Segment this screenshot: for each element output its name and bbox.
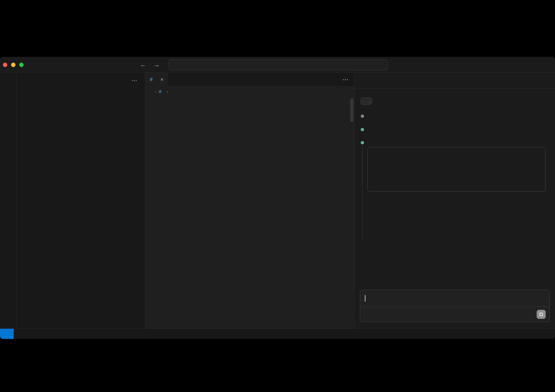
stop-button[interactable] [537,310,546,319]
timeline-connector [362,143,363,241]
step-dot-icon [361,115,364,118]
editor-group: # ✕ ⋯ › # › [145,73,354,328]
back-button[interactable]: ← [140,61,146,68]
workbench: ⋯ # ✕ ⋯ [0,73,555,328]
vscode-window: ← → ⋯ [0,57,555,339]
tab-strip: # ✕ ⋯ [145,73,354,87]
chat-input-container [360,290,550,322]
assistant-panel [354,73,555,328]
maximize-window-button[interactable] [19,63,24,67]
chat-input-toolbar [360,307,549,322]
explorer-more-icon[interactable]: ⋯ [132,77,138,84]
layout-controls [531,57,551,73]
editor-scrollbar[interactable] [350,99,353,122]
write-step-row[interactable] [360,141,549,144]
read-step-row[interactable] [360,128,549,131]
assistant-reply-row [360,115,549,118]
traffic-lights [3,57,24,73]
screen: ← → ⋯ [0,0,555,392]
tab-appcss[interactable]: # ✕ [145,73,168,86]
file-tree [17,88,145,328]
editor-more-icon[interactable]: ⋯ [342,76,349,83]
activity-bar [0,73,17,328]
explorer-header: ⋯ [17,73,145,88]
step-dot-icon [361,128,364,131]
diff-preview[interactable] [367,147,546,191]
minimize-window-button[interactable] [11,63,15,67]
chevron-right-icon: › [155,89,156,94]
history-nav: ← → [140,57,160,73]
chevron-right-icon: › [167,89,168,94]
close-tab-icon[interactable]: ✕ [160,77,164,82]
assistant-panel-header [355,73,555,89]
editor-actions: ⋯ [323,73,354,86]
remote-indicator[interactable] [0,329,14,339]
forward-button[interactable]: → [153,61,160,68]
stop-icon [540,313,543,316]
status-bar [0,328,555,339]
css-file-icon: # [150,77,153,82]
user-message-bubble [360,97,372,105]
explorer-sidebar: ⋯ [17,73,145,328]
breadcrumb[interactable]: › # › [145,87,354,96]
css-file-icon: # [159,89,161,94]
close-window-button[interactable] [3,63,7,67]
chat-input[interactable] [360,290,549,307]
command-center-search[interactable] [169,59,388,70]
chat-thread [355,89,555,290]
code-editor[interactable] [145,96,354,328]
step-dot-icon [361,141,364,144]
text-cursor [365,295,365,302]
titlebar: ← → [0,57,555,73]
